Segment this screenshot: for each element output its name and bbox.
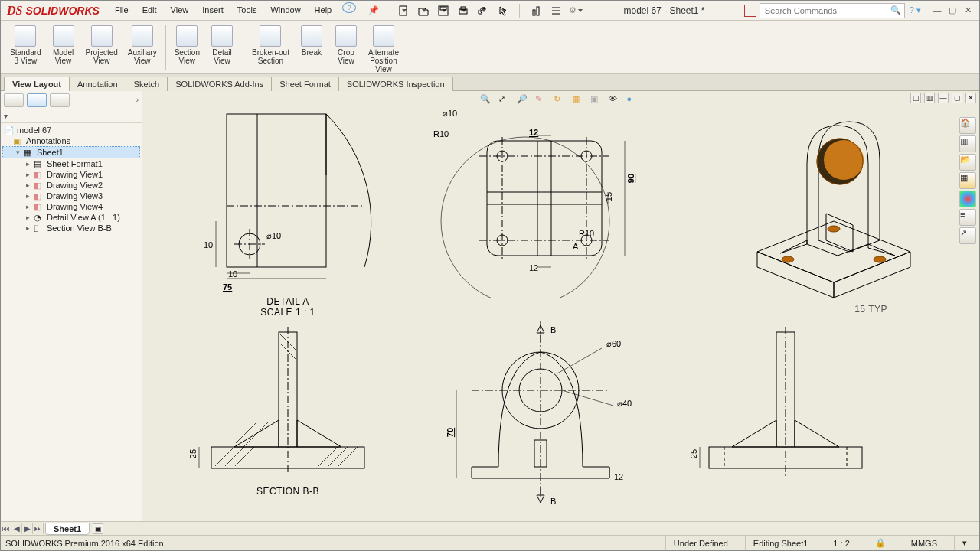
- broken-out-icon: [260, 25, 281, 47]
- pane-split2-icon[interactable]: ▥: [924, 93, 935, 103]
- dim-dia10: ⌀10: [266, 231, 281, 241]
- dim-90: 90: [626, 174, 635, 183]
- tab-addins[interactable]: SOLIDWORKS Add-Ins: [167, 77, 272, 91]
- status-lock-icon[interactable]: 🔒: [867, 536, 893, 550]
- new-button[interactable]: [395, 2, 412, 19]
- alternate-position-view-button[interactable]: Alternate Position View: [364, 24, 403, 75]
- appearances-icon[interactable]: [959, 191, 976, 207]
- crop-view-icon: [335, 25, 357, 47]
- feature-tree[interactable]: 📄model 67 ▣Annotations ▾▦Sheet1 ▸▤Sheet …: [1, 123, 142, 521]
- tree-drawing-view3[interactable]: ▸◧Drawing View3: [2, 191, 140, 201]
- maximize-button[interactable]: ▢: [947, 5, 958, 16]
- status-menu-icon[interactable]: ▾: [954, 536, 975, 550]
- help-dropdown[interactable]: ? ▾: [910, 5, 921, 15]
- open-button[interactable]: [415, 2, 432, 19]
- collapse-icon[interactable]: ▾: [14, 148, 21, 156]
- detail-view-a-drawing: [211, 106, 380, 290]
- menu-tools[interactable]: Tools: [231, 2, 263, 18]
- options-list-button[interactable]: [547, 2, 564, 19]
- model-view-button[interactable]: Model View: [47, 24, 80, 67]
- undo-button[interactable]: [475, 2, 492, 19]
- rebuild-button[interactable]: [528, 2, 544, 19]
- app-logo-text: SOLIDWORKS: [25, 5, 99, 17]
- feature-manager-tab[interactable]: [4, 93, 24, 107]
- search-input[interactable]: [763, 5, 887, 16]
- auxiliary-view-button[interactable]: Auxiliary View: [123, 24, 162, 67]
- minimize-button[interactable]: —: [932, 5, 942, 16]
- sheet-nav-next[interactable]: ▶: [22, 523, 33, 534]
- menu-edit[interactable]: Edit: [136, 2, 163, 18]
- view-palette-icon[interactable]: ▦: [959, 172, 976, 189]
- view-icon: ◧: [34, 202, 44, 211]
- pane-maximize-icon[interactable]: ▢: [952, 93, 962, 103]
- tab-sketch[interactable]: Sketch: [126, 77, 168, 91]
- menu-insert[interactable]: Insert: [196, 2, 230, 18]
- tree-filter[interactable]: ▾: [1, 109, 142, 123]
- detail-view-button[interactable]: Detail View: [205, 24, 239, 67]
- tree-drawing-view1[interactable]: ▸◧Drawing View1: [2, 169, 140, 180]
- svg-rect-6: [537, 7, 539, 15]
- tree-annotations[interactable]: ▣Annotations: [2, 135, 140, 146]
- funnel-icon: ▾: [4, 112, 8, 120]
- home-icon[interactable]: 🏠: [959, 117, 976, 134]
- custom-props-icon[interactable]: ≡: [959, 209, 976, 226]
- svg-rect-21: [487, 141, 602, 256]
- model-view-icon: [53, 25, 74, 47]
- drawing-canvas[interactable]: 🔍 ⤢ 🔎 ✎ ↻ ▦ ▣ 👁 ● ◫ ▥ — ▢ ✕ 🏠 ▥ 📂: [142, 91, 979, 521]
- pane-window-controls: ◫ ▥ — ▢ ✕: [910, 93, 976, 103]
- broken-out-section-button[interactable]: Broken-out Section: [247, 24, 294, 67]
- tab-view-layout[interactable]: View Layout: [4, 77, 70, 91]
- search-icon[interactable]: 🔍: [890, 5, 901, 15]
- tree-detail-view-a[interactable]: ▸◔Detail View A (1 : 1): [2, 212, 140, 223]
- print-button[interactable]: [455, 2, 472, 19]
- save-button[interactable]: [435, 2, 452, 19]
- standard-3-view-icon: [15, 25, 36, 47]
- command-manager-tabs: View Layout Annotation Sketch SOLIDWORKS…: [1, 74, 979, 91]
- view-icon: ◧: [34, 170, 44, 179]
- menu-file[interactable]: File: [109, 2, 135, 18]
- search-commands[interactable]: 🔍: [760, 3, 905, 18]
- top-view-drawing: [433, 106, 663, 298]
- tree-drawing-view4[interactable]: ▸◧Drawing View4: [2, 201, 140, 212]
- tab-annotation[interactable]: Annotation: [69, 77, 126, 91]
- crop-view-button[interactable]: Crop View: [329, 24, 363, 67]
- status-units[interactable]: MMGS: [903, 536, 945, 550]
- svg-line-47: [235, 447, 254, 466]
- select-button[interactable]: [495, 2, 511, 19]
- tree-drawing-view2[interactable]: ▸◧Drawing View2: [2, 180, 140, 191]
- pane-minimize-icon[interactable]: —: [938, 93, 949, 103]
- forum-icon[interactable]: ↗: [959, 227, 976, 244]
- pane-close-icon[interactable]: ✕: [965, 93, 976, 103]
- status-scale[interactable]: 1 : 2: [825, 536, 857, 550]
- sheet-nav-prev[interactable]: ◀: [11, 523, 22, 534]
- close-button[interactable]: ✕: [962, 5, 973, 16]
- sheet1-tab[interactable]: Sheet1: [45, 523, 90, 535]
- tab-sheet-format[interactable]: Sheet Format: [271, 77, 339, 91]
- add-sheet-button[interactable]: ▣: [93, 523, 103, 534]
- menu-view[interactable]: View: [165, 2, 195, 18]
- dim-25b: 25: [689, 449, 698, 458]
- standard-3-view-button[interactable]: Standard 3 View: [5, 24, 46, 67]
- help-icon[interactable]: ?: [342, 2, 356, 13]
- settings-button[interactable]: ⚙: [567, 2, 584, 19]
- file-explorer-icon[interactable]: 📂: [959, 154, 976, 171]
- sheet-tab-bar: ⏮ ◀ ▶ ⏭ Sheet1 ▣: [1, 521, 979, 535]
- tree-root[interactable]: 📄model 67: [2, 125, 140, 135]
- tree-section-view-bb[interactable]: ▸⌷Section View B-B: [2, 223, 140, 233]
- library-icon[interactable]: ▥: [959, 135, 976, 152]
- tab-inspection[interactable]: SOLIDWORKS Inspection: [338, 77, 453, 91]
- property-manager-tab[interactable]: [27, 93, 47, 107]
- configuration-tab[interactable]: [50, 93, 70, 107]
- break-button[interactable]: Break: [295, 24, 328, 58]
- sheet-nav-first[interactable]: ⏮: [1, 523, 11, 534]
- tree-sheet-format1[interactable]: ▸▤Sheet Format1: [2, 158, 140, 169]
- sheet-nav-last[interactable]: ⏭: [33, 523, 44, 534]
- menu-help[interactable]: Help: [309, 2, 338, 18]
- tree-sheet1[interactable]: ▾▦Sheet1: [2, 146, 140, 158]
- projected-view-button[interactable]: Projected View: [81, 24, 122, 67]
- menu-window[interactable]: Window: [264, 2, 306, 18]
- section-view-button[interactable]: Section View: [170, 24, 204, 67]
- pane-split-icon[interactable]: ◫: [910, 93, 921, 103]
- menu-pin-icon[interactable]: 📌: [362, 2, 385, 18]
- expand-panel-icon[interactable]: ›: [136, 96, 139, 104]
